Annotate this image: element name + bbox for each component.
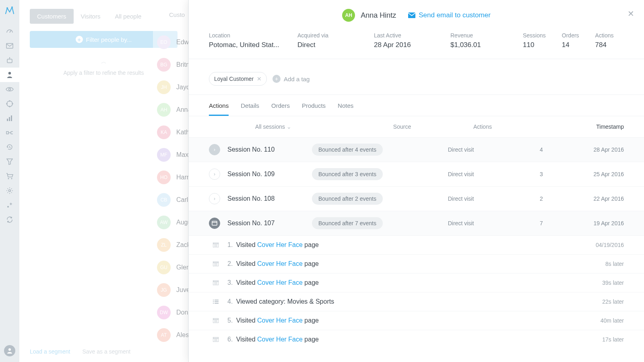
- person-avatar: AW: [157, 216, 171, 229]
- svg-point-18: [8, 178, 9, 179]
- tag-label: Loyal Customer: [214, 76, 254, 82]
- session-badge: Bounced after 2 events: [312, 193, 383, 205]
- svg-point-0: [6, 7, 8, 9]
- nav-dashboard-icon[interactable]: [0, 24, 19, 39]
- session-source: Direct visit: [413, 220, 509, 226]
- nav-chart-icon[interactable]: [0, 111, 19, 125]
- stat-actions-label: Actions: [595, 32, 614, 39]
- person-avatar: JG: [157, 283, 171, 297]
- stat-sessions-label: Sessions: [523, 32, 546, 39]
- event-time: 22s later: [602, 298, 624, 305]
- session-row[interactable]: › Session No. 110 Bounced after 4 events…: [189, 137, 644, 162]
- load-segment-link[interactable]: Load a segment: [30, 348, 70, 355]
- list-icon: [213, 299, 219, 304]
- event-time: 04/19/2016: [596, 242, 624, 248]
- tab-visitors[interactable]: Visitors: [74, 9, 108, 24]
- user-avatar[interactable]: [4, 345, 15, 356]
- svg-point-7: [8, 72, 11, 74]
- session-badge: Bounced after 4 events: [312, 144, 383, 156]
- person-avatar: JH: [157, 80, 171, 94]
- page-icon: [213, 337, 219, 342]
- session-title: Session No. 108: [227, 195, 312, 202]
- sessions-filter-dropdown[interactable]: All sessions ⌄: [209, 123, 338, 130]
- event-row: 5. Visited Cover Her Face page 40m later: [189, 311, 644, 330]
- add-tag-label: Add a tag: [284, 76, 310, 82]
- session-title: Session No. 110: [227, 146, 312, 153]
- svg-point-8: [9, 88, 11, 90]
- tab-all-people[interactable]: All people: [107, 9, 149, 24]
- send-email-link[interactable]: Send email to customer: [408, 11, 491, 19]
- person-avatar: KA: [157, 125, 171, 139]
- session-row[interactable]: Session No. 107 Bounced after 7 events D…: [189, 211, 644, 235]
- nav-target-icon[interactable]: [0, 97, 19, 111]
- remove-tag-icon[interactable]: ✕: [257, 76, 262, 82]
- nav-history-icon[interactable]: [0, 140, 19, 154]
- event-time: 8s later: [605, 261, 624, 267]
- close-icon[interactable]: ✕: [627, 9, 634, 19]
- session-timestamp: 25 Apr 2016: [574, 171, 624, 177]
- nav-magic-icon[interactable]: [0, 198, 19, 212]
- event-link[interactable]: Cover Her Face: [257, 241, 303, 248]
- session-row[interactable]: › Session No. 108 Bounced after 2 events…: [189, 186, 644, 211]
- svg-rect-3: [6, 43, 13, 48]
- event-text: 2. Visited Cover Her Face page: [227, 260, 605, 267]
- event-link[interactable]: Cover Her Face: [257, 279, 303, 286]
- stat-orders-label: Orders: [562, 32, 579, 39]
- session-badge: Bounced after 3 events: [312, 168, 383, 180]
- svg-point-21: [7, 206, 9, 208]
- stat-location-label: Location: [209, 32, 281, 39]
- person-avatar: BG: [157, 58, 171, 72]
- event-text: 5. Visited Cover Her Face page: [227, 317, 601, 324]
- event-row: 4. Viewed category: Movies & Sports 22s …: [189, 292, 644, 311]
- expand-session-icon[interactable]: ›: [209, 193, 220, 204]
- nav-eye-icon[interactable]: [0, 82, 19, 97]
- add-tag-button[interactable]: + Add a tag: [272, 75, 310, 83]
- event-link[interactable]: Cover Her Face: [257, 317, 303, 324]
- stat-actions-value: 784: [595, 41, 614, 49]
- stat-orders-value: 14: [562, 41, 579, 49]
- session-title: Session No. 109: [227, 171, 312, 178]
- tab-products[interactable]: Products: [302, 102, 326, 116]
- nav-mail-icon[interactable]: [0, 39, 19, 53]
- app-logo: [5, 6, 14, 14]
- nav-flow-icon[interactable]: [0, 125, 19, 140]
- plus-circle-icon: +: [76, 36, 83, 43]
- expand-session-icon[interactable]: [209, 218, 220, 229]
- tab-notes[interactable]: Notes: [338, 102, 353, 116]
- event-text: 6. Visited Cover Her Face page: [227, 336, 602, 343]
- event-time: 17s later: [602, 336, 624, 343]
- svg-point-22: [8, 348, 11, 351]
- session-source: Direct visit: [413, 146, 509, 153]
- save-segment-link[interactable]: Save as a segment: [82, 348, 130, 355]
- nav-cart-icon[interactable]: [0, 169, 19, 183]
- nav-refresh-icon[interactable]: [0, 212, 19, 227]
- nav-bot-icon[interactable]: [0, 53, 19, 68]
- svg-rect-16: [11, 115, 12, 121]
- expand-session-icon[interactable]: ›: [209, 144, 220, 155]
- stat-acquired-value: Direct: [297, 41, 358, 49]
- tab-customers[interactable]: Customers: [30, 9, 74, 24]
- chevron-down-icon: ⌄: [287, 123, 291, 130]
- event-link[interactable]: Cover Her Face: [257, 336, 303, 343]
- session-timestamp: 19 Apr 2016: [574, 220, 624, 226]
- svg-rect-24: [212, 221, 217, 225]
- mail-icon: [408, 12, 415, 18]
- nav-funnel-icon[interactable]: [0, 154, 19, 169]
- tab-details[interactable]: Details: [241, 102, 259, 116]
- session-actions-count: 2: [509, 195, 574, 202]
- event-link[interactable]: Cover Her Face: [257, 260, 303, 267]
- session-timestamp: 22 Apr 2016: [574, 195, 624, 202]
- svg-point-20: [9, 190, 11, 192]
- session-source: Direct visit: [413, 171, 509, 177]
- stat-acquired-label: Acquired via: [297, 32, 358, 39]
- nav-people-icon[interactable]: [0, 68, 19, 82]
- expand-session-icon[interactable]: ›: [209, 169, 220, 180]
- customer-avatar: AH: [342, 9, 355, 22]
- tab-actions[interactable]: Actions: [209, 102, 229, 116]
- person-avatar: GU: [157, 261, 171, 274]
- stat-lastactive-value: 28 Apr 2016: [374, 41, 434, 49]
- customer-name: Anna Hintz: [361, 11, 396, 20]
- tab-orders[interactable]: Orders: [271, 102, 290, 116]
- nav-settings-icon[interactable]: [0, 183, 19, 198]
- session-row[interactable]: › Session No. 109 Bounced after 3 events…: [189, 162, 644, 186]
